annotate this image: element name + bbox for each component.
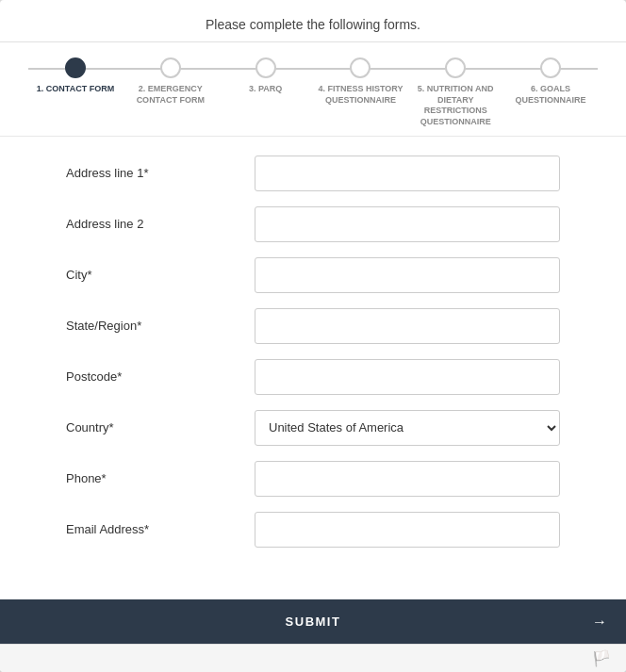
footer-icon: 🏳️ <box>592 649 611 667</box>
address1-label: Address line 1* <box>66 166 255 180</box>
step-2-circle <box>160 57 181 78</box>
address1-row: Address line 1* <box>66 156 560 191</box>
step-4-label: 4. FITNESS HISTORY QUESTIONNAIRE <box>313 84 407 106</box>
form-header: Please complete the following forms. <box>0 0 626 42</box>
step-1-label: 1. CONTACT FORM <box>37 84 114 95</box>
step-4-circle <box>350 57 371 78</box>
step-1[interactable]: 1. CONTACT FORM <box>28 57 123 95</box>
address2-input[interactable] <box>255 206 560 242</box>
step-2-label: 2. EMERGENCY CONTACT FORM <box>124 84 218 106</box>
step-6-label: 6. GOALS QUESTIONNAIRE <box>503 84 598 106</box>
step-5-circle <box>445 57 466 78</box>
step-3-circle <box>255 57 276 78</box>
step-6[interactable]: 6. GOALS QUESTIONNAIRE <box>503 57 598 106</box>
phone-row: Phone* <box>66 461 560 497</box>
submit-label: SUBMIT <box>286 615 341 629</box>
step-4[interactable]: 4. FITNESS HISTORY QUESTIONNAIRE <box>313 57 407 106</box>
header-instruction: Please complete the following forms. <box>206 17 420 32</box>
city-row: City* <box>66 257 560 293</box>
country-select[interactable]: United States of America United Kingdom … <box>255 410 560 446</box>
form-area: Address line 1* Address line 2 City* Sta… <box>0 137 626 599</box>
submit-arrow-icon: → <box>592 614 607 631</box>
postcode-input[interactable] <box>255 359 560 395</box>
step-5[interactable]: 5. NUTRITION AND DIETARY RESTRICTIONS QU… <box>408 57 502 128</box>
postcode-label: Postcode* <box>66 369 255 384</box>
city-label: City* <box>66 268 255 282</box>
state-input[interactable] <box>255 308 560 344</box>
step-3-label: 3. PARQ <box>249 84 282 95</box>
step-6-circle <box>540 57 561 78</box>
email-input[interactable] <box>255 512 560 548</box>
postcode-row: Postcode* <box>66 359 560 395</box>
progress-track: 1. CONTACT FORM 2. EMERGENCY CONTACT FOR… <box>28 57 598 128</box>
email-label: Email Address* <box>66 522 255 536</box>
submit-button[interactable]: SUBMIT → <box>0 599 626 644</box>
step-2[interactable]: 2. EMERGENCY CONTACT FORM <box>124 57 218 106</box>
country-label: Country* <box>66 420 255 434</box>
step-1-circle <box>65 57 86 78</box>
country-row: Country* United States of America United… <box>66 410 560 446</box>
main-card: Please complete the following forms. 1. … <box>0 0 626 672</box>
step-3[interactable]: 3. PARQ <box>219 57 313 95</box>
address1-input[interactable] <box>255 156 560 191</box>
state-label: State/Region* <box>66 319 255 333</box>
address2-row: Address line 2 <box>66 206 560 242</box>
address2-label: Address line 2 <box>66 217 255 231</box>
email-row: Email Address* <box>66 512 560 548</box>
city-input[interactable] <box>255 257 560 293</box>
step-5-label: 5. NUTRITION AND DIETARY RESTRICTIONS QU… <box>408 84 502 128</box>
phone-input[interactable] <box>255 461 560 497</box>
phone-label: Phone* <box>66 471 255 485</box>
state-row: State/Region* <box>66 308 560 344</box>
progress-section: 1. CONTACT FORM 2. EMERGENCY CONTACT FOR… <box>0 42 626 137</box>
footer-bar: 🏳️ <box>0 644 626 672</box>
